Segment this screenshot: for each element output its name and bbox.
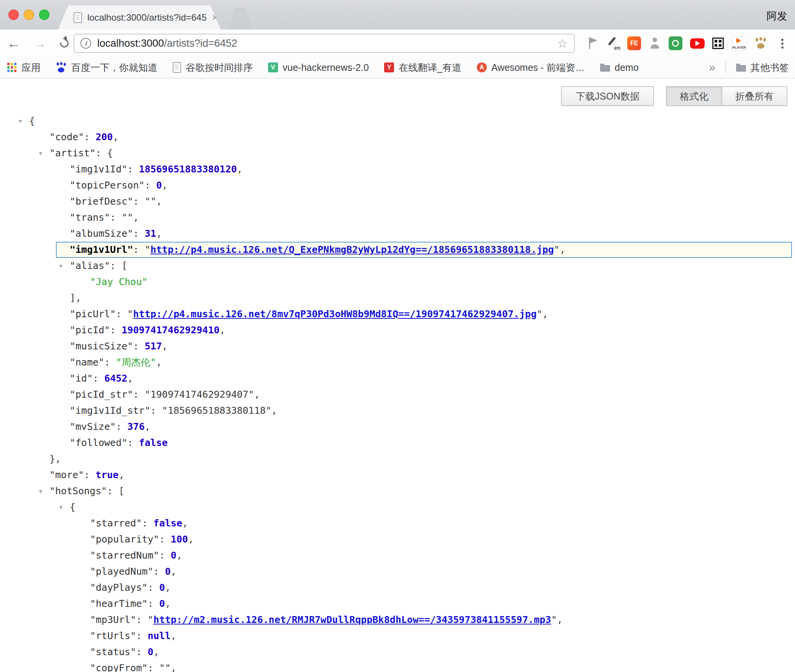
json-token-num: 100 — [171, 534, 188, 545]
person-extension-icon[interactable] — [649, 37, 661, 50]
json-line: "albumSize": 31, — [0, 226, 795, 242]
json-line: "Jay Chou" — [0, 274, 795, 290]
bookmark-star-icon[interactable]: ☆ — [557, 37, 568, 49]
json-token-key: "alias" — [70, 260, 110, 271]
json-token-plain: : — [136, 630, 147, 641]
collapse-arrow-icon[interactable]: ▼ — [55, 499, 67, 515]
json-token-plain: , — [219, 325, 225, 336]
json-token-key: "picId" — [70, 325, 110, 336]
flag-extension-icon[interactable] — [587, 36, 598, 50]
collapse-arrow-icon[interactable]: ▼ — [55, 258, 67, 274]
collapse-arrow-icon[interactable]: ▼ — [15, 113, 26, 129]
browser-menu-icon[interactable] — [781, 39, 784, 41]
json-line: "copyFrom": "", — [0, 660, 795, 672]
nav-buttons: ← → — [7, 30, 70, 57]
json-url-link[interactable]: http://p4.music.126.net/Q_ExePNkmgB2yWyL… — [150, 244, 554, 255]
qr-code-extension-icon[interactable] — [712, 38, 724, 49]
other-bookmarks-folder[interactable]: 其他书签 — [736, 61, 789, 74]
json-token-plain: , — [162, 180, 168, 191]
minimize-window-button[interactable] — [24, 10, 34, 20]
json-token-key: "hotSongs" — [49, 485, 107, 497]
json-line: "id": 6452, — [0, 370, 795, 387]
json-token-plain: : — [150, 405, 162, 416]
browser-tab[interactable]: localhost:3000/artists?id=645 × — [58, 5, 221, 30]
collapse-all-button[interactable]: 折叠所有 — [721, 86, 787, 106]
bookmark-label: 在线翻译_有道 — [399, 61, 461, 74]
extensions-row: FE — [587, 30, 767, 57]
json-token-num: 0 — [159, 598, 165, 609]
page-content: 下载JSON数据 格式化 折叠所有 ▼{"code": 200,▼"artist… — [0, 79, 795, 672]
json-token-key: "trans" — [70, 212, 110, 223]
new-tab-button[interactable] — [228, 7, 253, 30]
json-token-plain: , — [165, 598, 171, 609]
page-info-icon[interactable] — [80, 38, 91, 49]
json-token-num: 18569651883380120 — [139, 164, 237, 175]
json-token-key: "playedNum" — [90, 566, 154, 577]
bookmark-item[interactable]: demo — [600, 62, 639, 73]
json-token-plain: , — [156, 357, 162, 368]
zoom-window-button[interactable] — [39, 10, 49, 20]
json-token-num: 0 — [171, 550, 177, 561]
youdao-y-favicon: Y — [384, 62, 394, 72]
json-token-plain: " — [537, 308, 542, 320]
json-token-plain: : — [159, 534, 171, 545]
bookmark-item[interactable]: Vvue-hackernews-2.0 — [268, 62, 369, 73]
json-token-plain: : — [110, 260, 121, 271]
reload-button[interactable] — [59, 38, 70, 49]
url-host: localhost:3000 — [97, 38, 164, 49]
json-url-link[interactable]: http://m2.music.126.net/RMJR7wDullRqppBk… — [154, 614, 551, 625]
bookmark-label: 百度一下，你就知道 — [71, 61, 157, 74]
collapse-arrow-icon[interactable]: ▼ — [35, 483, 46, 499]
json-line: "topicPerson": 0, — [0, 177, 795, 193]
bookmarks-overflow-icon[interactable]: » — [709, 61, 715, 74]
json-line: "followed": false — [0, 435, 795, 451]
json-token-key: "copyFrom" — [90, 662, 148, 672]
json-token-str: "周杰伦" — [116, 357, 156, 368]
json-token-bool: false — [139, 437, 168, 448]
forward-button[interactable]: → — [33, 36, 47, 50]
paw-extension-icon[interactable] — [754, 37, 767, 50]
profile-name[interactable]: 阿发 — [767, 9, 787, 23]
player-extension-icon[interactable] — [731, 36, 747, 51]
json-line: }, — [0, 451, 795, 467]
json-token-plain: " — [148, 614, 154, 625]
tab-close-icon[interactable]: × — [212, 12, 218, 23]
json-token-plain: , — [182, 518, 188, 529]
bookmark-item[interactable]: 百度一下，你就知道 — [56, 61, 157, 74]
collapse-arrow-icon[interactable]: ▼ — [35, 145, 46, 161]
json-token-key: "mvSize" — [70, 421, 116, 432]
green-extension-icon[interactable] — [669, 36, 682, 50]
bookmark-item[interactable]: AAwesomes - 前端资… — [477, 61, 585, 74]
json-line: ▼"hotSongs": [ — [0, 483, 795, 499]
json-line: "briefDesc": "", — [0, 193, 795, 210]
browser-window: localhost:3000/artists?id=645 × 阿发 ← → l… — [0, 0, 795, 672]
json-token-key: "briefDesc" — [70, 196, 133, 207]
json-token-plain: , — [133, 212, 139, 223]
bookmark-item[interactable]: 谷歌按时间排序 — [173, 61, 253, 74]
json-token-key: "artist" — [49, 148, 95, 159]
json-line: "picId_str": "19097417462929407", — [0, 387, 795, 403]
download-json-button[interactable]: 下载JSON数据 — [561, 86, 654, 106]
json-token-plain: : — [148, 598, 159, 609]
json-token-key: "code" — [49, 131, 84, 143]
json-token-key: "musicSize" — [70, 341, 133, 352]
json-url-link[interactable]: http://p4.music.126.net/8mv7qP30Pd3oHW8b… — [133, 308, 537, 320]
bookmark-label: vue-hackernews-2.0 — [283, 62, 369, 73]
back-button[interactable]: ← — [7, 36, 21, 50]
translate-pen-extension-icon[interactable] — [606, 36, 620, 50]
json-token-keyb: "img1v1Url" — [70, 244, 133, 255]
json-token-plain: , — [542, 308, 548, 320]
json-token-key: "popularity" — [90, 534, 159, 545]
json-line: "picId": 19097417462929410, — [0, 322, 795, 338]
bookmark-item[interactable]: Y在线翻译_有道 — [384, 61, 461, 74]
json-token-plain: " — [551, 614, 557, 625]
json-token-plain: : — [142, 518, 153, 529]
format-button[interactable]: 格式化 — [666, 86, 721, 106]
close-window-button[interactable] — [8, 10, 19, 20]
json-token-plain: , — [559, 244, 565, 255]
json-tree: ▼{"code": 200,▼"artist": {"img1v1Id": 18… — [0, 113, 795, 672]
fe-extension-icon[interactable]: FE — [627, 36, 641, 50]
bookmark-item[interactable]: 应用 — [7, 61, 41, 74]
address-bar[interactable]: localhost:3000/artists?id=6452 ☆ — [74, 34, 575, 53]
youtube-extension-icon[interactable] — [690, 38, 705, 49]
